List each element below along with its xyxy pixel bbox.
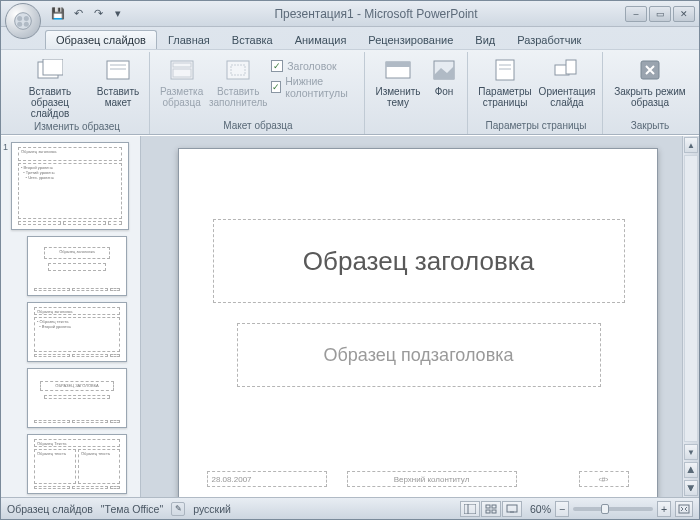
tab-home[interactable]: Главная [157,30,221,49]
office-button[interactable] [5,3,41,39]
check-icon: ✓ [271,60,283,72]
scroll-track[interactable] [684,155,698,442]
window-controls: – ▭ ✕ [625,6,695,22]
zoom-value: 60% [530,503,551,515]
orientation-button[interactable]: Ориентация слайда [538,54,596,110]
thumb-layout-2[interactable]: Образец заголовка • Образец текста • Вто… [11,302,134,362]
next-slide-icon[interactable]: ⯆ [684,480,698,496]
spellcheck-icon[interactable]: ✎ [171,502,185,516]
svg-point-1 [17,16,22,21]
view-buttons [460,501,522,517]
svg-rect-28 [486,510,490,513]
zoom-thumb[interactable] [601,504,609,514]
placeholder-title[interactable]: Образец заголовка [213,219,625,303]
master-layout-button[interactable]: Разметка образца [158,54,205,110]
svg-rect-30 [507,505,517,512]
close-window-button[interactable]: ✕ [673,6,695,22]
zoom-in-button[interactable]: + [657,501,671,517]
redo-icon[interactable]: ↷ [89,5,107,23]
canvas-area[interactable]: Образец заголовка Образец подзаголовка 2… [141,136,682,497]
ribbon-tabs: Образец слайдов Главная Вставка Анимация… [1,27,699,49]
workspace: 1 Образец заголовка • Второй уровень • Т… [1,135,699,497]
status-theme: "Тема Office" [101,503,163,515]
tab-slide-master[interactable]: Образец слайдов [45,30,157,49]
tab-developer[interactable]: Разработчик [506,30,592,49]
page-setup-button[interactable]: Параметры страницы [476,54,534,110]
qat-more-icon[interactable]: ▾ [109,5,127,23]
view-normal-button[interactable] [460,501,480,517]
svg-point-4 [24,22,29,27]
slide-canvas[interactable]: Образец заголовка Образец подзаголовка 2… [178,148,658,497]
svg-point-0 [15,13,32,30]
thumb-layout-4[interactable]: Образец Текста Образец текста Образец те… [11,434,134,494]
orientation-icon [552,56,582,84]
tab-review[interactable]: Рецензирование [357,30,464,49]
svg-rect-29 [492,510,496,513]
tab-view[interactable]: Вид [464,30,506,49]
checkbox-footers[interactable]: ✓ Нижние колонтитулы [271,75,358,99]
svg-rect-16 [386,62,410,67]
status-mode: Образец слайдов [7,503,93,515]
insert-slide-master-button[interactable]: Вставить образец слайдов [11,54,89,121]
status-language[interactable]: русский [193,503,231,515]
svg-point-3 [17,22,22,27]
insert-placeholder-button[interactable]: Вставить заполнитель [209,54,267,110]
group-page-setup: Параметры страницы Ориентация слайда Пар… [470,52,603,134]
svg-rect-27 [492,505,496,508]
checkbox-title[interactable]: ✓ Заголовок [271,60,358,72]
svg-rect-22 [566,60,576,74]
scroll-up-icon[interactable]: ▲ [684,137,698,153]
scroll-down-icon[interactable]: ▼ [684,444,698,460]
check-icon: ✓ [271,81,281,93]
thumb-layout-1[interactable]: Образец заголовка [11,236,134,296]
zoom-control: 60% − + [530,501,693,517]
slide-editor: Образец заголовка Образец подзаголовка 2… [141,136,699,497]
group-label-edit-master: Изменить образец [11,121,143,134]
undo-icon[interactable]: ↶ [69,5,87,23]
themes-icon [383,56,413,84]
thumb-master[interactable]: 1 Образец заголовка • Второй уровень • Т… [11,142,134,230]
group-close: Закрыть режим образца Закрыть [605,52,695,134]
placeholder-subtitle[interactable]: Образец подзаголовка [237,323,601,387]
background-button[interactable]: Фон [427,54,461,99]
minimize-button[interactable]: – [625,6,647,22]
ribbon: Вставить образец слайдов Вставить макет … [1,49,699,135]
thumb-layout-3[interactable]: ОБРАЗЕЦ ЗАГОЛОВКА [11,368,134,428]
placeholder-footer[interactable]: Верхний колонтитул [347,471,517,487]
svg-rect-24 [464,504,476,514]
insert-layout-button[interactable]: Вставить макет [93,54,143,110]
vertical-scrollbar[interactable]: ▲ ▼ ⯅ ⯆ [682,136,699,497]
layout-icon [103,56,133,84]
prev-slide-icon[interactable]: ⯅ [684,462,698,478]
group-label-close: Закрыть [611,120,689,134]
themes-button[interactable]: Изменить тему [373,54,423,110]
quick-access-toolbar: 💾 ↶ ↷ ▾ [49,5,127,23]
save-icon[interactable]: 💾 [49,5,67,23]
thumbnail-pane[interactable]: 1 Образец заголовка • Второй уровень • Т… [1,136,141,497]
svg-rect-32 [679,505,689,513]
view-sorter-button[interactable] [481,501,501,517]
status-bar: Образец слайдов "Тема Office" ✎ русский … [1,497,699,519]
svg-rect-13 [227,61,249,79]
svg-rect-10 [171,61,193,79]
group-master-layout: Разметка образца Вставить заполнитель ✓ … [152,52,365,134]
zoom-fit-button[interactable] [675,501,693,517]
group-label-master-layout: Макет образца [158,120,358,134]
svg-rect-7 [107,61,129,79]
placeholder-date[interactable]: 28.08.2007 [207,471,327,487]
view-slideshow-button[interactable] [502,501,522,517]
title-bar: 💾 ↶ ↷ ▾ Презентация1 - Microsoft PowerPo… [1,1,699,27]
tab-animation[interactable]: Анимация [284,30,358,49]
zoom-slider[interactable] [573,507,653,511]
maximize-button[interactable]: ▭ [649,6,671,22]
svg-rect-26 [486,505,490,508]
group-edit-master: Вставить образец слайдов Вставить макет … [5,52,150,134]
svg-rect-6 [43,59,63,75]
zoom-out-button[interactable]: − [555,501,569,517]
placeholder-icon [223,56,253,84]
svg-point-2 [24,16,29,21]
close-master-button[interactable]: Закрыть режим образца [611,54,689,110]
slide-master-icon [35,56,65,84]
tab-insert[interactable]: Вставка [221,30,284,49]
placeholder-slide-number[interactable]: ‹#› [579,471,629,487]
